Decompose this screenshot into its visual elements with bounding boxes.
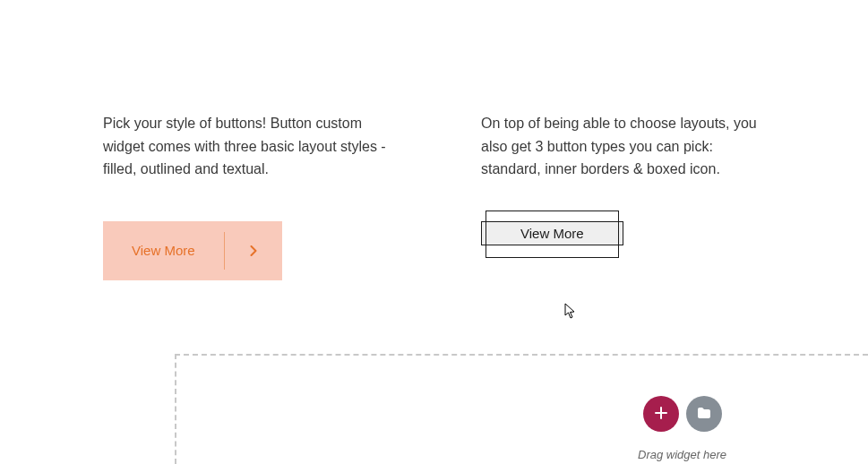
view-more-filled-button[interactable]: View More <box>103 221 282 280</box>
content-area: Pick your style of buttons! Button custo… <box>0 0 868 280</box>
column-right: On top of being able to choose layouts, … <box>481 112 765 280</box>
description-right: On top of being able to choose layouts, … <box>481 112 765 181</box>
plus-icon <box>655 407 667 422</box>
tool-button-group <box>638 396 726 432</box>
chevron-right-icon <box>225 245 282 256</box>
folder-icon <box>697 407 711 422</box>
view-more-outlined-button[interactable]: View More <box>481 221 623 245</box>
widget-drop-zone[interactable]: Drag widget here <box>175 354 868 464</box>
button-divider <box>224 232 225 270</box>
cursor-icon <box>564 303 577 322</box>
drop-zone-hint: Drag widget here <box>638 448 726 461</box>
button-inner-border: View More <box>486 211 619 258</box>
button-label: View More <box>520 226 584 241</box>
drop-zone-tools: Drag widget here <box>638 396 726 461</box>
folder-button[interactable] <box>686 396 722 432</box>
add-widget-button[interactable] <box>643 396 679 432</box>
column-left: Pick your style of buttons! Button custo… <box>103 112 387 280</box>
description-left: Pick your style of buttons! Button custo… <box>103 112 387 181</box>
button-label: View More <box>103 243 224 258</box>
